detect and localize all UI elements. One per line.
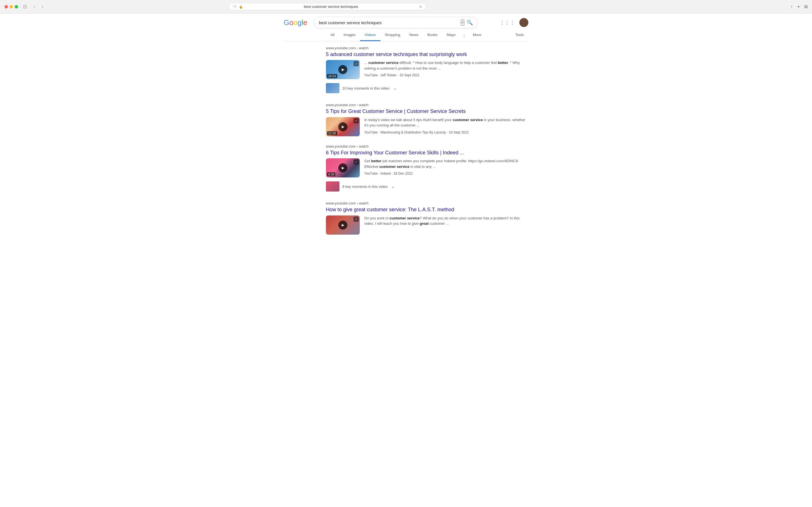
- maximize-button[interactable]: [15, 5, 18, 8]
- play-button[interactable]: ▶: [338, 221, 347, 230]
- snippet-text: ... customer service difficult. * How to…: [364, 61, 520, 70]
- browser-chrome: ⊡ ‹ › 🛡 🔒 best customer service techniqu…: [0, 0, 812, 13]
- tab-books[interactable]: Books: [423, 29, 442, 41]
- key-moments-row: 9 key moments in this video ⌄: [326, 180, 528, 193]
- tab-videos[interactable]: Videos: [360, 29, 380, 41]
- google-page: Google × 🔍 ⋮⋮⋮ All Images Videos Shoppin…: [279, 13, 533, 247]
- google-logo: Google: [284, 18, 307, 27]
- result-item: www.youtube.com › watch How to give grea…: [326, 201, 528, 234]
- key-moments-thumbnail: [326, 83, 340, 93]
- address-bar[interactable]: 🛡 🔒 best customer service techniques ↻: [229, 3, 426, 10]
- result-item: www.youtube.com › watch 5 advanced custo…: [326, 46, 528, 95]
- google-header: Google × 🔍 ⋮⋮⋮: [284, 13, 528, 28]
- play-button[interactable]: ▶: [338, 122, 347, 131]
- video-thumbnail[interactable]: ▶ 11:58 ⤢: [326, 117, 360, 136]
- result-with-thumb: ▶ 8:38 ⤢ Get better job matches when you…: [326, 158, 528, 177]
- new-tab-button[interactable]: +: [797, 4, 800, 9]
- logo-letter-o1: o: [289, 18, 293, 27]
- result-title[interactable]: 6 Tips For Improving Your Customer Servi…: [326, 150, 528, 156]
- result-snippet: Get better job matches when you complete…: [364, 158, 528, 176]
- url-display: best customer service techniques: [245, 4, 417, 9]
- key-moments-expand-icon[interactable]: ⌄: [394, 86, 397, 91]
- apps-grid-icon[interactable]: ⋮⋮⋮: [500, 19, 515, 25]
- header-right: ⋮⋮⋮: [500, 18, 528, 27]
- search-results: www.youtube.com › watch 5 advanced custo…: [284, 41, 528, 247]
- close-button[interactable]: [4, 5, 8, 8]
- result-url: www.youtube.com › watch: [326, 201, 528, 205]
- minimize-button[interactable]: [10, 5, 13, 8]
- tab-tools[interactable]: Tools: [511, 29, 528, 41]
- video-thumbnail[interactable]: ▶ 29:54 ⤢: [326, 60, 360, 79]
- key-moments-label: 9 key moments in this video: [342, 184, 388, 189]
- browser-actions: ↑ + ⧉: [791, 4, 808, 9]
- snippet-text: Do you work in customer service? What do…: [364, 216, 520, 226]
- expand-icon[interactable]: ⤢: [354, 118, 359, 123]
- key-moments-row: 10 key moments in this video ⌄: [326, 81, 528, 95]
- result-meta: YouTube · Warehousing & Distribution Tip…: [364, 130, 528, 135]
- logo-letter-g: G: [284, 18, 289, 27]
- back-button[interactable]: ‹: [32, 4, 37, 10]
- snippet-text: In today's video we talk about 5 tips th…: [364, 118, 525, 128]
- tab-images[interactable]: Images: [339, 29, 360, 41]
- result-url: www.youtube.com › watch: [326, 103, 528, 107]
- video-duration: 11:58: [327, 131, 337, 135]
- result-title[interactable]: How to give great customer service: The …: [326, 207, 528, 213]
- result-meta: YouTube · Jeff Toister · 16 Sept 2021: [364, 73, 528, 78]
- result-snippet: Do you work in customer service? What do…: [364, 216, 528, 226]
- result-title[interactable]: 5 Tips for Great Customer Service | Cust…: [326, 108, 528, 115]
- share-button[interactable]: ↑: [791, 4, 793, 9]
- reload-icon[interactable]: ↻: [419, 5, 422, 9]
- key-moments-expand-icon[interactable]: ⌄: [391, 184, 395, 189]
- result-with-thumb: ▶ 11:58 ⤢ In today's video we talk about…: [326, 117, 528, 136]
- search-box[interactable]: × 🔍: [314, 17, 477, 28]
- search-clear-button[interactable]: ×: [461, 19, 464, 25]
- video-duration: 29:54: [327, 74, 337, 78]
- search-input[interactable]: [319, 20, 458, 25]
- result-url: www.youtube.com › watch: [326, 46, 528, 50]
- key-moments-thumbnail: [326, 181, 340, 191]
- result-item: www.youtube.com › watch 6 Tips For Impro…: [326, 144, 528, 193]
- result-with-thumb: ▶ ⤢ Do you work in customer service? Wha…: [326, 216, 528, 235]
- play-button[interactable]: ▶: [338, 163, 347, 172]
- tab-news[interactable]: News: [405, 29, 423, 41]
- logo-letter-o2: o: [294, 18, 297, 27]
- video-thumbnail[interactable]: ▶ ⤢: [326, 216, 360, 235]
- result-title[interactable]: 5 advanced customer service techniques t…: [326, 51, 528, 58]
- result-meta: YouTube · Indeed · 28 Dec 2022: [364, 171, 528, 176]
- play-button[interactable]: ▶: [338, 65, 347, 74]
- shield-icon: 🛡: [233, 5, 237, 9]
- tab-all[interactable]: All: [326, 29, 339, 41]
- snippet-text: Get better job matches when you complete…: [364, 159, 518, 169]
- tab-shopping[interactable]: Shopping: [380, 29, 405, 41]
- video-duration: 8:38: [327, 172, 335, 176]
- result-with-thumb: ▶ 29:54 ⤢ ... customer service difficult…: [326, 60, 528, 79]
- expand-icon[interactable]: ⤢: [354, 159, 359, 165]
- tab-more[interactable]: More: [468, 29, 486, 41]
- result-item: www.youtube.com › watch 5 Tips for Great…: [326, 103, 528, 136]
- search-tabs: All Images Videos Shopping News Books Ma…: [284, 29, 528, 41]
- video-thumbnail[interactable]: ▶ 8:38 ⤢: [326, 158, 360, 177]
- result-url: www.youtube.com › watch: [326, 144, 528, 149]
- logo-letter-g2: g: [297, 18, 301, 27]
- expand-icon[interactable]: ⤢: [354, 217, 359, 222]
- windows-button[interactable]: ⧉: [804, 4, 808, 9]
- key-moments-label: 10 key moments in this video: [342, 86, 390, 91]
- user-avatar[interactable]: [519, 18, 528, 27]
- lock-icon: 🔒: [239, 5, 243, 9]
- traffic-lights: [4, 5, 18, 8]
- tab-maps[interactable]: Maps: [442, 29, 460, 41]
- forward-button[interactable]: ›: [40, 4, 45, 10]
- result-snippet: In today's video we talk about 5 tips th…: [364, 117, 528, 135]
- search-submit-button[interactable]: 🔍: [467, 19, 473, 25]
- logo-letter-e: e: [303, 18, 307, 27]
- result-snippet: ... customer service difficult. * How to…: [364, 60, 528, 78]
- tab-more-separator: ⋮: [460, 30, 468, 41]
- expand-icon[interactable]: ⤢: [354, 61, 359, 66]
- sidebar-toggle-button[interactable]: ⊡: [21, 3, 29, 10]
